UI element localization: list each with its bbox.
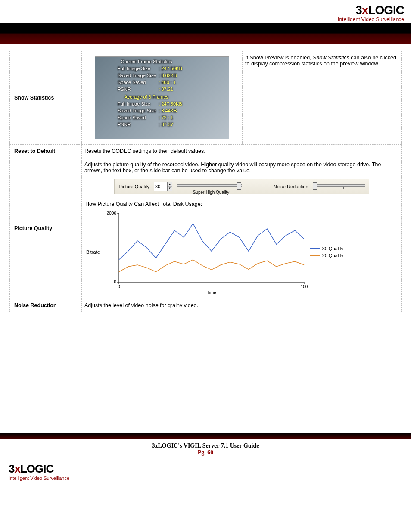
row-desc: Adjusts the picture quality of the recor…	[84, 162, 399, 174]
ov-asaved-val: : 3.44KB	[159, 108, 184, 114]
pq-slider-caption: Super-High Quality	[181, 190, 241, 195]
footer-band	[0, 433, 411, 439]
table-row-show-statistics: Show Statistics Current Frame Statistics…	[10, 51, 402, 145]
footer-page: Pg. 60	[0, 449, 411, 456]
slider-thumb-icon[interactable]	[237, 182, 241, 190]
table-row-picture-quality: Picture Quality Adjusts the picture qual…	[10, 158, 402, 299]
line-chart-svg: 020000100Time	[102, 209, 308, 295]
logo-tagline: Intelligent Video Surveillance	[338, 16, 404, 22]
bitrate-chart: Bitrate 020000100Time 80 Quality20 Quali…	[84, 209, 399, 295]
settings-table: Show Statistics Current Frame Statistics…	[9, 51, 402, 312]
nr-slider[interactable]	[313, 182, 364, 191]
ov-aspace-val: : 72 : 1	[159, 115, 184, 121]
chart-legend: 80 Quality20 Quality	[310, 244, 344, 260]
header-band	[0, 23, 411, 44]
ov-afull-val: : 247.50KB	[159, 101, 184, 107]
row-desc: If Show Preview is enabled, Show Statist…	[243, 51, 402, 145]
pq-slider[interactable]: Super-High Quality	[177, 182, 241, 191]
ov-asaved-label: Saved Image Size	[118, 108, 158, 114]
row-label: Noise Reduction	[10, 299, 82, 312]
ov-saved-val: : 0.62KB	[159, 72, 184, 78]
logo-rest: LOGIC	[368, 3, 404, 17]
footer: 3xLOGIC's VIGIL Server 7.1 User Guide Pg…	[0, 439, 411, 457]
ov-space-val: : 400 : 1	[159, 79, 184, 85]
logo-rest: LOGIC	[20, 462, 53, 475]
stepper-down-icon[interactable]: ▼	[168, 187, 172, 190]
stepper-up-icon[interactable]: ▲	[168, 182, 172, 187]
row-label: Show Statistics	[10, 51, 82, 145]
overlay-avg-header: Average of 6 Frames	[108, 94, 185, 100]
table-row-reset: Reset to Default Resets the CODEC settin…	[10, 145, 402, 158]
chart-intro: How Picture Quality Can Affect Total Dis…	[85, 201, 399, 207]
desc-em: Show Statistics	[313, 55, 349, 61]
picture-quality-control: Picture Quality ▲▼ Super-High Quality	[114, 179, 369, 194]
chart-ylabel: Bitrate	[86, 249, 100, 255]
overlay-current-header: Current Frame Statistics	[108, 59, 185, 65]
row-desc: Adjusts the level of video noise for gra…	[82, 299, 402, 312]
brand-logo: 3xLOGIC Intelligent Video Surveillance	[338, 3, 404, 22]
ov-psnr-label: PSNR	[118, 86, 158, 92]
row-desc: Resets the CODEC settings to their defau…	[82, 145, 402, 158]
svg-text:0: 0	[118, 284, 120, 289]
legend-item: 80 Quality	[310, 246, 344, 251]
ov-full-label: Full Image Size	[118, 65, 158, 72]
row-label: Reset to Default	[10, 145, 82, 158]
ov-afull-label: Full Image Size	[118, 101, 158, 107]
header: 3xLOGIC Intelligent Video Surveillance	[0, 0, 411, 23]
ov-apsnr-val: : 37.37	[159, 121, 184, 128]
table-row-noise-reduction: Noise Reduction Adjusts the level of vid…	[10, 299, 402, 312]
logo-tagline: Intelligent Video Surveillance	[9, 476, 411, 481]
desc-pre: If Show Preview is enabled,	[245, 55, 313, 61]
svg-text:0: 0	[114, 280, 116, 284]
logo-x: x	[362, 3, 368, 17]
footer-title: 3xLOGIC's VIGIL Server 7.1 User Guide	[152, 442, 259, 449]
ov-aspace-label: Space Saved	[118, 115, 158, 121]
logo-three: 3	[355, 3, 362, 17]
legend-item: 20 Quality	[310, 253, 344, 258]
logo-x: x	[14, 462, 20, 475]
statistics-preview: Current Frame Statistics Full Image Size…	[95, 56, 229, 139]
ov-apsnr-label: PSNR	[118, 121, 158, 128]
logo-three: 3	[9, 462, 14, 475]
pq-value-input[interactable]	[154, 182, 167, 191]
pq-label: Picture Quality	[119, 184, 150, 189]
ov-psnr-val: : 37.21	[159, 86, 184, 92]
quantity-stepper[interactable]: ▲▼	[154, 182, 172, 191]
ov-space-label: Space Saved	[118, 79, 158, 85]
ov-saved-label: Saved Image Size	[118, 72, 158, 78]
row-label: Picture Quality	[10, 158, 82, 299]
nr-label: Noise Reduction	[274, 184, 308, 189]
svg-text:100: 100	[300, 284, 308, 289]
svg-text:Time: Time	[207, 290, 216, 295]
svg-text:2000: 2000	[107, 211, 117, 215]
footer-logo: 3xLOGIC Intelligent Video Surveillance	[0, 457, 411, 485]
ov-full-val: : 247.50KB	[159, 65, 184, 72]
